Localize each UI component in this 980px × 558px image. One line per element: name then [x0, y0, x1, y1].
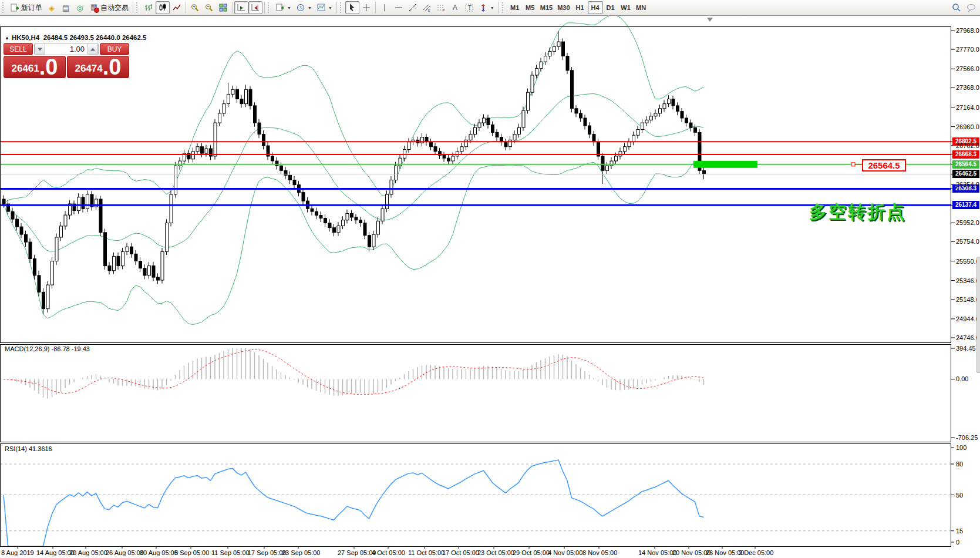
separator — [232, 2, 233, 14]
metaeditor-button[interactable]: ◈ — [45, 1, 59, 14]
svg-text:F: F — [443, 9, 445, 12]
separator — [499, 2, 499, 14]
indicators-icon — [316, 3, 326, 12]
chart-canvas[interactable] — [0, 0, 980, 558]
timeframe-h1-button[interactable]: H1 — [572, 1, 588, 14]
toolbar: 新订单 ◈ ▤ ◎ ▦ 自动交易 — [0, 0, 980, 16]
cursor-icon — [348, 3, 357, 12]
new-order-icon — [10, 3, 19, 12]
sell-price-panel[interactable]: 26461.0 — [4, 56, 66, 78]
bar-chart-button[interactable] — [142, 1, 156, 14]
tile-windows-button[interactable] — [216, 1, 230, 14]
indicators-button[interactable]: ▼ — [314, 1, 335, 14]
zoom-in-icon — [190, 3, 200, 12]
line-chart-icon — [172, 3, 181, 12]
chart-shift-button[interactable] — [248, 1, 262, 14]
equidistant-channel-button[interactable]: E — [420, 1, 434, 14]
text-icon: A — [450, 3, 460, 12]
autotrading-label: 自动交易 — [100, 3, 129, 13]
horizontal-line-button[interactable] — [392, 1, 406, 14]
navigator-button[interactable]: ◎ — [73, 1, 87, 14]
search-icon — [952, 3, 961, 12]
arrows-icon — [479, 3, 488, 12]
zoom-in-button[interactable] — [188, 1, 202, 14]
fibonacci-icon: F — [436, 3, 446, 12]
dropdown-caret-icon: ▼ — [308, 6, 312, 10]
volume-increase-button[interactable] — [87, 43, 98, 55]
arrows-button[interactable]: ▼ — [476, 1, 497, 14]
periods-clock-icon — [296, 3, 305, 12]
crosshair-icon — [362, 3, 371, 12]
candlestick-chart-icon — [158, 3, 167, 12]
autoscroll-icon — [237, 3, 246, 12]
data-window-icon: ▤ — [62, 4, 69, 12]
macd-panel — [4, 348, 955, 438]
buy-price-int: 26474 — [75, 63, 103, 78]
navigator-icon: ◎ — [76, 4, 83, 12]
periods-button[interactable]: ▼ — [294, 1, 314, 14]
text-button[interactable]: A — [448, 1, 462, 14]
new-chart-button[interactable]: ▼ — [273, 1, 294, 14]
fibonacci-button[interactable]: F — [434, 1, 448, 14]
chat-icon — [966, 3, 976, 12]
horizontal-lines — [0, 31, 955, 338]
crosshair-button[interactable] — [359, 1, 373, 14]
new-order-button[interactable]: 新订单 — [8, 1, 45, 14]
separator — [186, 2, 186, 14]
zoom-out-button[interactable] — [202, 1, 216, 14]
data-window-button[interactable]: ▤ — [59, 1, 73, 14]
horizontal-line-icon — [394, 3, 403, 12]
autotrading-disabled-dot — [94, 8, 99, 13]
svg-text:T: T — [467, 4, 472, 11]
line-chart-button[interactable] — [170, 1, 184, 14]
timeframe-d1-button[interactable]: D1 — [603, 1, 618, 14]
new-order-label: 新订单 — [21, 3, 42, 13]
autotrading-icon: ▦ — [89, 3, 99, 12]
chart-shift-icon — [251, 3, 260, 12]
zoom-out-icon — [204, 3, 214, 12]
buy-button[interactable]: BUY — [100, 43, 129, 55]
autotrading-button[interactable]: ▦ 自动交易 — [87, 1, 131, 14]
volume-input[interactable] — [45, 43, 87, 55]
toolbar-grip — [136, 2, 139, 13]
svg-text:E: E — [428, 9, 430, 12]
volume-stepper — [34, 43, 99, 55]
candlestick-chart-button[interactable] — [156, 1, 170, 14]
buy-price-frac: .0 — [103, 57, 122, 78]
timeframe-m30-button[interactable]: M30 — [555, 1, 572, 14]
dropdown-caret-icon: ▼ — [287, 6, 291, 10]
search-button[interactable] — [949, 1, 964, 14]
svg-text:A: A — [453, 4, 457, 12]
text-label-button[interactable]: T — [462, 1, 476, 14]
vertical-line-button[interactable] — [378, 1, 392, 14]
timeframe-h4-button[interactable]: H4 — [588, 1, 603, 14]
timeframe-m1-button[interactable]: M1 — [507, 1, 523, 14]
chat-button[interactable] — [964, 1, 979, 14]
buy-price-panel[interactable]: 26474.0 — [67, 56, 129, 78]
sell-button[interactable]: SELL — [4, 43, 33, 55]
trendline-button[interactable] — [406, 1, 420, 14]
dropdown-caret-icon: ▼ — [490, 6, 494, 10]
timeframe-m5-button[interactable]: M5 — [523, 1, 538, 14]
toolbar-grip — [2, 2, 5, 13]
new-chart-icon — [275, 3, 285, 12]
timeframe-m15-button[interactable]: M15 — [538, 1, 555, 14]
dropdown-caret-icon: ▼ — [328, 6, 332, 10]
separator — [264, 2, 265, 14]
metaeditor-icon: ◈ — [49, 4, 55, 12]
text-label-icon: T — [464, 3, 474, 12]
panel-borders — [1, 27, 951, 549]
autoscroll-button[interactable] — [234, 1, 248, 14]
sell-price-frac: .0 — [39, 57, 58, 78]
timeframe-w1-button[interactable]: W1 — [618, 1, 634, 14]
rsi-panel — [0, 448, 954, 546]
volume-decrease-button[interactable] — [35, 43, 45, 55]
bar-chart-icon — [144, 3, 153, 12]
cursor-button[interactable] — [345, 1, 359, 14]
highlight-bar[interactable] — [693, 161, 757, 168]
toolbar-grip — [502, 2, 505, 13]
timeframe-mn-button[interactable]: MN — [634, 1, 649, 14]
tile-windows-icon — [218, 3, 228, 12]
chart-title: ▲HK50,H4 26484.5 26493.5 26440.0 26462.5 — [5, 34, 147, 41]
collapse-panel-icon[interactable]: ▲ — [5, 35, 9, 41]
